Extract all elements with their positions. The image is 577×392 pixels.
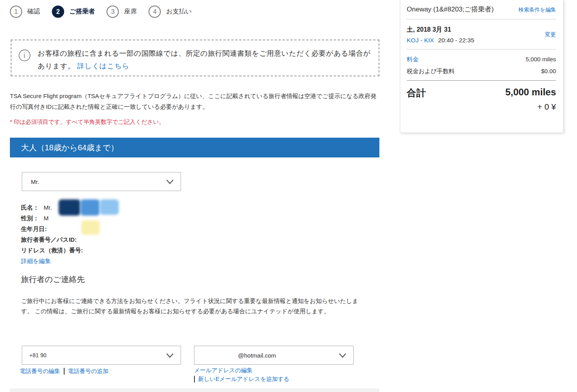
email-select[interactable]: @hotmail.com — [194, 346, 354, 365]
adult-passenger-panel: 大人（18歳から64歳まで） Mr. 氏名： Mr. 性別： M 生年月日: 旅… — [10, 138, 379, 392]
dob-row: 生年月日: — [21, 223, 83, 234]
flight-segment: 土, 2018 3月 31 KOJ - KIX 20:40 - 22:35 — [407, 26, 474, 44]
edit-details-link[interactable]: 詳細を編集 — [21, 258, 51, 264]
name-value: Mr. — [44, 204, 52, 211]
chevron-down-icon — [165, 177, 175, 188]
tax-label: 税金および手数料 — [407, 68, 455, 75]
title-select[interactable]: Mr. — [22, 172, 181, 191]
traveler-id-row: 旅行者番号／パスID: — [21, 234, 83, 245]
edit-search-link[interactable]: 検索条件を編集 — [518, 6, 556, 13]
add-email-link[interactable]: 新しいEメールアドレスを追加する — [198, 375, 289, 383]
redress-row: リドレス（救済）番号: — [21, 245, 83, 256]
change-flight-link[interactable]: 変更 — [545, 31, 556, 44]
total-value: 5,000 miles — [505, 87, 556, 99]
step-confirm[interactable]: 1 確認 — [10, 6, 40, 18]
edit-details-row: 詳細を編集 — [21, 256, 83, 266]
phone-select[interactable]: +81 90 — [22, 346, 181, 365]
dob-label: 生年月日: — [21, 225, 47, 232]
edit-email-link[interactable]: メールアドレスの編集 — [194, 367, 252, 374]
name-row: 氏名： Mr. — [21, 202, 83, 213]
title-select-value: Mr. — [31, 178, 39, 185]
required-fields-note: * 印は必須項目です。すべて半角英数字でご記入ください。 — [10, 118, 165, 126]
fare-value: 5,000 miles — [526, 56, 556, 63]
total-label: 合計 — [407, 87, 426, 99]
fare-label-link[interactable]: 料金 — [407, 56, 419, 63]
step-3-label: 座席 — [124, 8, 137, 16]
total-row: 合計 5,000 miles — [407, 87, 556, 99]
chevron-down-icon — [165, 351, 175, 362]
step-4-circle: 4 — [149, 6, 161, 18]
contact-description: ご旅行中にお客様にご連絡できる方法をお知らせください。フライト状況に関する重要な… — [21, 296, 369, 316]
adult-panel-header: 大人（18歳から64歳まで） — [10, 138, 379, 157]
fare-row: 料金 5,000 miles — [407, 56, 556, 63]
phone-links: 電話番号の編集 電話番号の追加 — [20, 367, 109, 375]
link-separator — [194, 376, 195, 383]
gender-row: 性別： M — [21, 213, 83, 223]
step-seats[interactable]: 3 座席 — [107, 6, 137, 18]
divider — [407, 49, 556, 49]
email-select-value: @hotmail.com — [238, 352, 276, 359]
step-2-label: ご搭乗者 — [69, 8, 95, 16]
notice-details-link[interactable]: 詳しくはこちら — [77, 62, 129, 70]
booking-stepper: 1 確認 2 ご搭乗者 3 座席 4 お支払い — [10, 6, 192, 18]
total-divider — [407, 80, 556, 81]
add-email-row: 新しいEメールアドレスを追加する — [194, 375, 289, 383]
fare-summary-card: Oneway (1&#8203;ご搭乗者) 検索条件を編集 土, 2018 3月… — [400, 0, 564, 133]
edit-phone-link[interactable]: 電話番号の編集 — [20, 367, 60, 375]
tax-row: 税金および手数料 $0.00 — [407, 68, 556, 75]
gender-value: M — [44, 215, 49, 222]
step-3-circle: 3 — [107, 6, 119, 18]
traveler-id-label: 旅行者番号／パスID: — [21, 236, 77, 243]
route-link[interactable]: KOJ - KIX — [407, 37, 434, 44]
redacted-first-name-block — [80, 199, 100, 216]
passenger-details: 氏名： Mr. 性別： M 生年月日: 旅行者番号／パスID: リドレス（救済）… — [21, 202, 83, 266]
step-2-circle: 2 — [52, 6, 64, 18]
step-1-label: 確認 — [27, 8, 40, 16]
trip-type-title: Oneway (1&#8203;ご搭乗者) — [407, 5, 494, 14]
next-section-edge — [10, 388, 379, 392]
summary-header-row: Oneway (1&#8203;ご搭乗者) 検索条件を編集 — [407, 5, 556, 14]
redacted-birthdate-block — [81, 220, 100, 235]
divider — [407, 19, 556, 19]
phone-select-value: +81 90 — [29, 352, 46, 358]
adult-panel-title: 大人（18歳から64歳まで） — [21, 142, 118, 153]
tax-value: $0.00 — [541, 68, 556, 75]
step-passengers[interactable]: 2 ご搭乗者 — [52, 6, 95, 18]
chevron-down-icon — [337, 351, 348, 362]
travel-documents-notice: お客様の旅程に含まれる一部の国際線では、所定の旅行関連書類をご用意いただく必要が… — [11, 40, 379, 76]
gender-label: 性別： — [21, 215, 39, 222]
step-1-circle: 1 — [10, 6, 22, 18]
redress-label: リドレス（救済）番号: — [21, 247, 83, 254]
add-phone-link[interactable]: 電話番号の追加 — [68, 367, 109, 375]
total-extra-currency: + 0 ¥ — [407, 102, 556, 112]
step-payment[interactable]: 4 お支払い — [149, 6, 192, 18]
info-icon — [19, 49, 30, 61]
name-label: 氏名： — [21, 204, 39, 211]
tsa-secure-flight-text: TSA Secure Flight program（TSAセキュアフライトプログ… — [10, 91, 381, 112]
contact-heading: 旅行者のご連絡先 — [21, 274, 85, 285]
link-separator — [64, 368, 65, 375]
flight-segment-row: 土, 2018 3月 31 KOJ - KIX 20:40 - 22:35 変更 — [407, 26, 556, 44]
step-4-label: お支払い — [166, 8, 192, 16]
notice-text: お客様の旅程に含まれる一部の国際線では、所定の旅行関連書類をご用意いただく必要が… — [38, 47, 371, 72]
flight-date: 土, 2018 3月 31 — [407, 26, 474, 34]
email-links: メールアドレスの編集 新しいEメールアドレスを追加する — [194, 367, 289, 383]
route-line: KOJ - KIX 20:40 - 22:35 — [407, 37, 474, 44]
flight-times: 20:40 - 22:35 — [438, 37, 474, 44]
redacted-name-block — [100, 199, 119, 215]
